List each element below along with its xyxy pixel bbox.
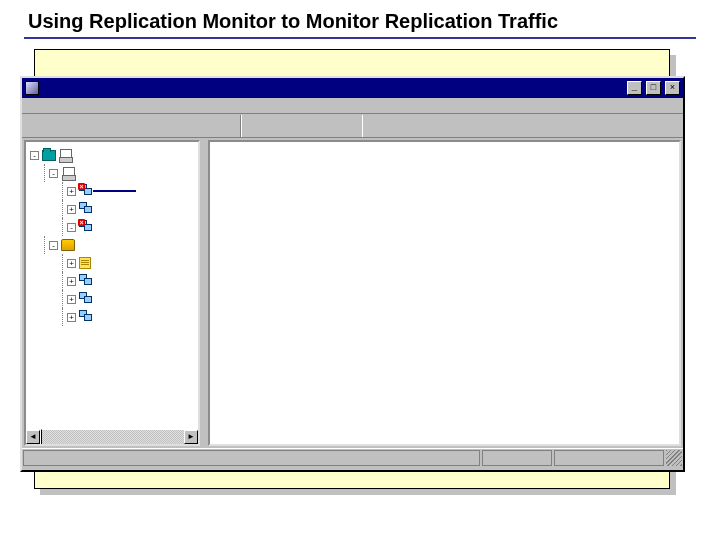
menubar[interactable] <box>22 98 683 114</box>
expander-icon[interactable]: + <box>67 295 76 304</box>
close-button[interactable]: × <box>665 81 680 95</box>
monitor-pair-error-icon: × <box>79 184 93 198</box>
monitor-pair-icon <box>79 292 93 306</box>
app-window: _ □ × - <box>20 76 685 472</box>
expander-icon[interactable]: + <box>67 259 76 268</box>
monitor-pair-icon <box>79 202 93 216</box>
toolbar-fill <box>362 115 683 137</box>
tree-group-header[interactable]: - <box>30 236 198 254</box>
client-area: - - <box>22 138 683 448</box>
toolbar[interactable] <box>22 114 683 138</box>
server-icon <box>61 166 75 180</box>
tree-node[interactable]: + <box>30 308 198 326</box>
monitor-pair-icon <box>79 310 93 324</box>
scrollbar-thumb[interactable] <box>40 429 42 446</box>
resize-grip-icon[interactable] <box>666 450 682 466</box>
monitor-pair-icon <box>79 274 93 288</box>
tree-node[interactable]: + <box>30 290 198 308</box>
tree: - - <box>26 142 198 444</box>
scroll-right-button[interactable]: ► <box>184 430 198 444</box>
maximize-button[interactable]: □ <box>646 81 661 95</box>
background-panel: _ □ × - <box>34 49 670 489</box>
status-main <box>23 450 480 466</box>
expander-icon[interactable]: + <box>67 205 76 214</box>
status-cell <box>554 450 664 466</box>
expander-icon[interactable]: - <box>49 169 58 178</box>
expander-icon[interactable]: + <box>67 187 76 196</box>
expander-icon[interactable]: - <box>67 223 76 232</box>
monitor-pair-error-icon: × <box>79 220 93 234</box>
title-underline <box>24 37 696 39</box>
horizontal-scrollbar[interactable]: ◄ ► <box>26 430 198 444</box>
tree-node[interactable]: + <box>30 200 198 218</box>
scrollbar-track[interactable] <box>40 430 184 444</box>
slide-title: Using Replication Monitor to Monitor Rep… <box>0 0 720 37</box>
tree-node-label <box>93 190 136 192</box>
publication-icon <box>61 239 75 251</box>
content-pane[interactable] <box>208 140 681 446</box>
tree-root[interactable]: - <box>30 146 198 164</box>
status-cell <box>482 450 552 466</box>
folder-icon <box>42 150 56 161</box>
scroll-left-button[interactable]: ◄ <box>26 430 40 444</box>
tree-pane[interactable]: - - <box>24 140 200 446</box>
tree-node[interactable]: - × <box>30 218 198 236</box>
expander-icon[interactable]: - <box>49 241 58 250</box>
expander-icon[interactable]: + <box>67 313 76 322</box>
tree-node[interactable]: + × <box>30 182 198 200</box>
expander-icon[interactable]: - <box>30 151 39 160</box>
statusbar <box>22 448 683 466</box>
tree-group-header[interactable]: - <box>30 164 198 182</box>
book-icon <box>79 257 91 269</box>
stage: _ □ × - <box>34 49 686 489</box>
server-icon <box>58 148 72 162</box>
app-icon <box>25 81 39 95</box>
toolbar-separator <box>240 115 242 137</box>
expander-icon[interactable]: + <box>67 277 76 286</box>
minimize-button[interactable]: _ <box>627 81 642 95</box>
tree-node[interactable]: + <box>30 272 198 290</box>
tree-node[interactable]: + <box>30 254 198 272</box>
titlebar[interactable]: _ □ × <box>22 78 683 98</box>
splitter[interactable] <box>202 138 206 448</box>
